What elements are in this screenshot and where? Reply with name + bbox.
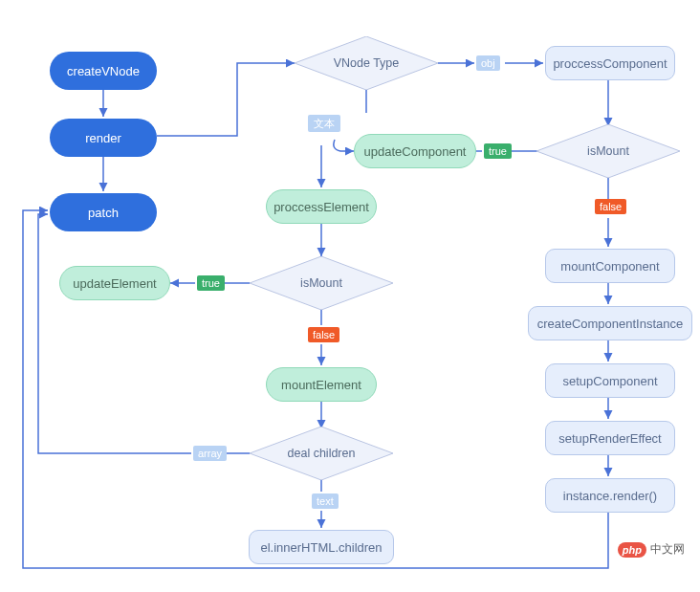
tag-false-element: false: [308, 327, 339, 342]
label: VNode Type: [334, 56, 400, 70]
node-update-component: updateComponent: [354, 134, 476, 168]
watermark-cn: 中文网: [650, 541, 685, 558]
label: setupComponent: [562, 374, 657, 388]
decision-is-mount-component: isMount: [536, 124, 680, 178]
tag-false-component: false: [595, 199, 626, 214]
label: instance.render(): [563, 489, 657, 503]
watermark: php 中文网: [618, 541, 685, 558]
node-setup-render-effect: setupRenderEffect: [545, 421, 675, 455]
label: render: [85, 131, 121, 145]
decision-vnode-type: VNode Type: [295, 36, 438, 90]
tag-obj: obj: [476, 55, 500, 71]
label: createComponentInstance: [537, 317, 683, 331]
label: updateElement: [73, 276, 156, 291]
label: proccessComponent: [553, 56, 667, 71]
tag-true-element: true: [197, 275, 225, 291]
decision-deal-children: deal children: [250, 427, 393, 480]
node-mount-component: mountComponent: [545, 249, 675, 283]
node-setup-component: setupComponent: [545, 363, 675, 398]
node-update-element: updateElement: [59, 266, 170, 300]
label: setupRenderEffect: [558, 431, 661, 446]
label: proccessElement: [273, 200, 369, 214]
node-instance-render: instance.render(): [545, 478, 675, 513]
node-create-component-instance: createComponentInstance: [528, 306, 692, 340]
label: mountComponent: [560, 259, 659, 274]
label: mountElement: [281, 378, 361, 392]
node-render: render: [50, 119, 157, 157]
label: isMount: [300, 276, 342, 290]
tag-text-en: text: [312, 493, 339, 509]
label: patch: [88, 206, 119, 220]
node-el-innerhtml-children: el.innerHTML.children: [249, 530, 394, 564]
tag-text-cn: 文本: [308, 115, 340, 132]
label: isMount: [587, 144, 629, 158]
node-patch: patch: [50, 193, 157, 231]
label: deal children: [288, 447, 356, 460]
node-mount-element: mountElement: [266, 367, 377, 402]
watermark-php: php: [618, 542, 646, 558]
node-proccess-element: proccessElement: [266, 189, 377, 224]
tag-true-component: true: [484, 143, 512, 159]
node-proccess-component: proccessComponent: [545, 46, 675, 80]
decision-is-mount-element: isMount: [250, 256, 393, 310]
label: updateComponent: [364, 144, 467, 159]
node-create-vnode: createVNode: [50, 52, 157, 90]
label: createVNode: [67, 64, 140, 78]
tag-array: array: [193, 446, 227, 461]
label: el.innerHTML.children: [260, 540, 382, 555]
